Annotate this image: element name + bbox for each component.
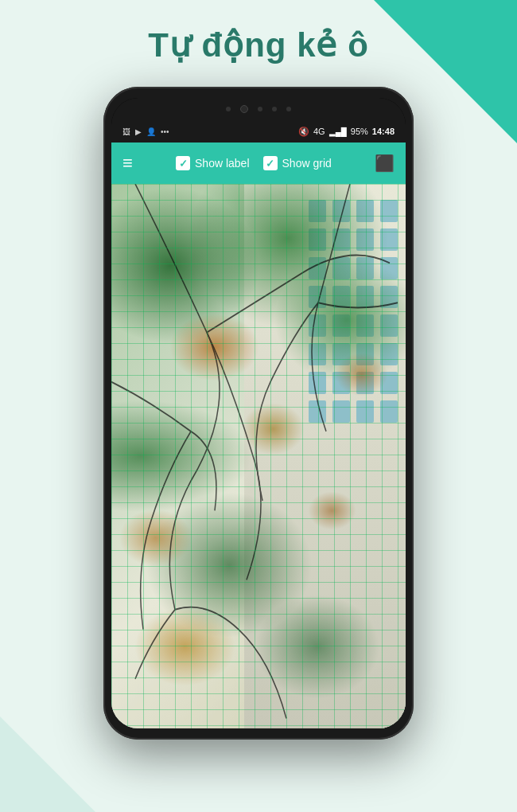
notification-icon-2: ▶ xyxy=(135,127,142,136)
hamburger-menu-icon[interactable]: ≡ xyxy=(122,154,133,172)
grid-overlay xyxy=(111,184,406,728)
phone-sensors-bar xyxy=(111,98,406,120)
checkmark-icon: ✓ xyxy=(179,158,188,169)
status-left-icons: 🖼 ▶ 👤 ••• xyxy=(122,127,169,136)
show-grid-control[interactable]: ✓ Show grid xyxy=(263,156,332,170)
show-grid-checkbox[interactable]: ✓ xyxy=(263,156,278,170)
sensor-dot-1 xyxy=(226,107,231,111)
battery-level: 95% xyxy=(351,127,368,136)
phone-shell: 🖼 ▶ 👤 ••• 🔇 4G ▂▄█ 95% 14:48 ≡ ✓ xyxy=(103,87,414,740)
status-bar: 🖼 ▶ 👤 ••• 🔇 4G ▂▄█ 95% 14:48 xyxy=(111,120,406,142)
sensor-dot-2 xyxy=(258,107,262,111)
camera-sensor xyxy=(240,105,248,113)
notification-icon-1: 🖼 xyxy=(122,127,130,136)
mute-icon: 🔇 xyxy=(298,127,309,137)
window-icon[interactable]: ⬛ xyxy=(375,154,395,173)
sensor-dot-3 xyxy=(272,107,277,111)
phone-inner: 🖼 ▶ 👤 ••• 🔇 4G ▂▄█ 95% 14:48 ≡ ✓ xyxy=(111,98,406,728)
show-grid-text: Show grid xyxy=(282,157,332,170)
page-title: Tự động kẻ ô xyxy=(132,0,385,87)
signal-icon: ▂▄█ xyxy=(329,127,347,136)
notification-more-icon: ••• xyxy=(161,127,169,136)
toolbar-controls: ✓ Show label ✓ Show grid xyxy=(146,156,362,170)
sensor-dot-4 xyxy=(286,107,291,111)
content-image-area xyxy=(111,184,406,728)
bg-triangle-left-bottom xyxy=(0,716,95,812)
show-label-checkbox[interactable]: ✓ xyxy=(176,156,190,170)
grid-checkmark-icon: ✓ xyxy=(266,158,274,169)
show-label-control[interactable]: ✓ Show label xyxy=(176,156,250,170)
clock: 14:48 xyxy=(372,127,395,136)
status-right-info: 🔇 4G ▂▄█ 95% 14:48 xyxy=(298,127,395,137)
app-toolbar: ≡ ✓ Show label ✓ Show grid ⬛ xyxy=(111,142,406,184)
show-label-text: Show label xyxy=(195,157,250,170)
notification-icon-3: 👤 xyxy=(146,127,156,136)
network-type: 4G xyxy=(313,127,325,136)
